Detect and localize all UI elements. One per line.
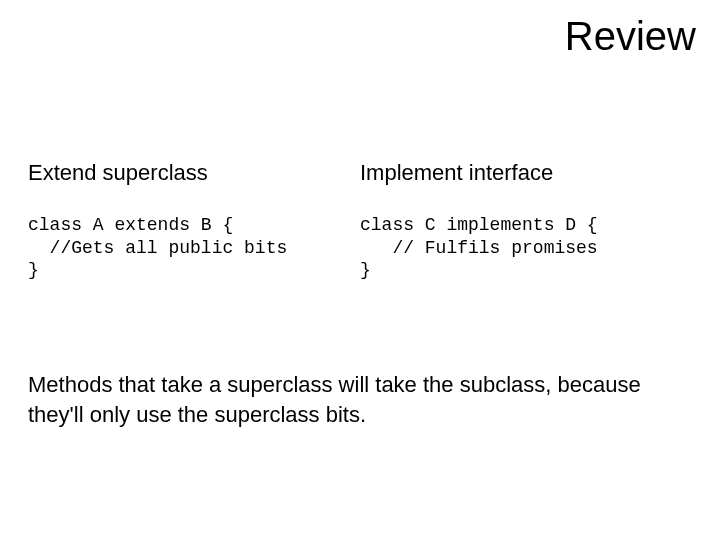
right-heading: Implement interface	[360, 160, 692, 186]
right-column: Implement interface class C implements D…	[360, 160, 692, 282]
left-column: Extend superclass class A extends B { //…	[28, 160, 360, 282]
footer-text: Methods that take a superclass will take…	[28, 370, 692, 429]
left-heading: Extend superclass	[28, 160, 360, 186]
slide: Review Extend superclass class A extends…	[0, 0, 720, 540]
columns: Extend superclass class A extends B { //…	[28, 160, 692, 282]
slide-title: Review	[565, 14, 696, 59]
left-code: class A extends B { //Gets all public bi…	[28, 214, 360, 282]
right-code: class C implements D { // Fulfils promis…	[360, 214, 692, 282]
